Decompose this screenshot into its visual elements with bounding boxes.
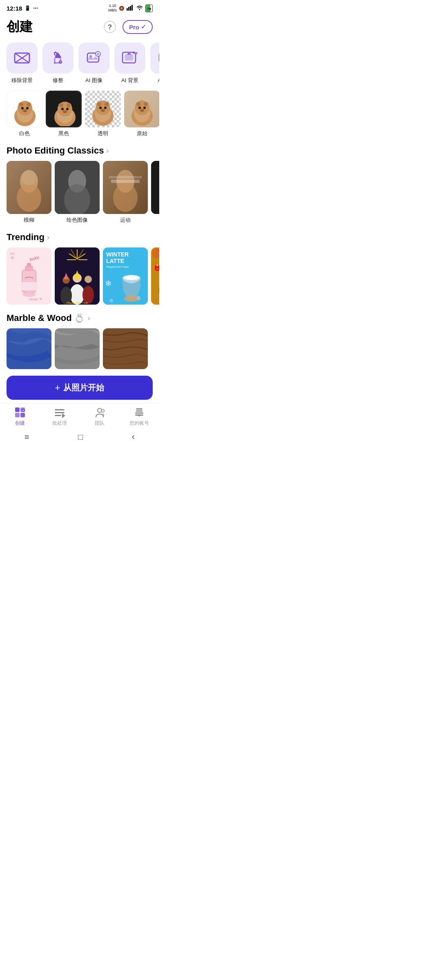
- remove-bg-icon: [14, 51, 30, 65]
- svg-rect-95: [21, 282, 37, 290]
- svg-point-23: [136, 52, 138, 53]
- svg-text:LATTE: LATTE: [106, 258, 124, 264]
- svg-text:❄: ❄: [109, 297, 114, 304]
- photo-editing-arrow-icon[interactable]: ›: [106, 147, 109, 155]
- photo-colorize-box: [55, 161, 100, 214]
- svg-rect-83: [151, 161, 159, 214]
- battery-level: 79: [147, 7, 151, 11]
- svg-point-33: [21, 107, 24, 109]
- marble-wood[interactable]: [103, 328, 148, 369]
- start-from-photo-button[interactable]: + 从照片开始: [7, 376, 153, 400]
- svg-point-74: [22, 171, 36, 185]
- svg-point-65: [136, 102, 140, 106]
- mute-icon: 🔕: [119, 6, 125, 11]
- pro-button[interactable]: Pro ✓: [122, 20, 153, 34]
- svg-text:FROM:: FROM:: [29, 298, 38, 301]
- adjust-icon-box: [42, 42, 74, 74]
- pro-label: Pro: [129, 24, 139, 31]
- photo-motion-box: [103, 161, 148, 214]
- tool-adjust[interactable]: 修整: [42, 42, 74, 84]
- svg-rect-156: [135, 412, 143, 414]
- svg-text:WINTER: WINTER: [106, 251, 129, 258]
- svg-text:福: 福: [156, 267, 158, 270]
- svg-rect-18: [125, 55, 133, 60]
- nav-account[interactable]: 您的账号: [120, 407, 160, 427]
- bear-label: 原始: [137, 130, 147, 137]
- photo-dark[interactable]: 低调: [151, 161, 159, 224]
- photo-motion[interactable]: 运动: [103, 161, 148, 224]
- svg-rect-139: [7, 328, 51, 369]
- bear-option-white[interactable]: 白色: [7, 91, 42, 137]
- svg-point-67: [138, 107, 141, 109]
- bear-white-box: [7, 91, 42, 127]
- bear-label: 透明: [98, 130, 108, 137]
- bear-option-original[interactable]: 原始: [124, 91, 159, 137]
- ai-image-icon: +: [86, 51, 102, 65]
- photo-label: 模糊: [24, 216, 34, 224]
- bear-original-box: [124, 91, 159, 127]
- trend-perfume[interactable]: ♥ ♥ TO: FROM: XoXo: [7, 247, 51, 305]
- nav-batch[interactable]: 批处理: [40, 407, 80, 427]
- tool-ai-image[interactable]: + AI 图像: [78, 42, 109, 84]
- menu-nav-icon[interactable]: ≡: [24, 432, 29, 442]
- nav-team[interactable]: 团队: [80, 407, 120, 427]
- svg-text:Happy New Year: Happy New Year: [67, 301, 88, 305]
- back-nav-icon[interactable]: ‹: [132, 432, 135, 442]
- help-button[interactable]: ?: [102, 19, 118, 35]
- photo-dark-box: [151, 161, 159, 214]
- photo-editing-header: Photo Editing Classics ›: [0, 140, 159, 159]
- svg-point-47: [63, 111, 67, 113]
- svg-rect-0: [127, 8, 128, 11]
- trending-arrow-icon[interactable]: ›: [47, 233, 49, 242]
- svg-point-31: [19, 102, 23, 107]
- svg-point-43: [67, 103, 71, 107]
- ai-bg-icon-box: [114, 42, 145, 74]
- create-nav-icon: +: [14, 407, 26, 418]
- trend-chinese-ny[interactable]: 🌸 福: [151, 247, 159, 305]
- svg-point-70: [140, 110, 144, 112]
- tool-remove-bg[interactable]: 移除背景: [7, 42, 38, 84]
- svg-rect-148: [55, 409, 65, 410]
- svg-rect-3: [131, 5, 133, 11]
- batch-nav-icon: [54, 407, 65, 418]
- svg-point-42: [59, 103, 63, 107]
- trend-newyear[interactable]: Happy New Year: [55, 247, 100, 305]
- marble-gray[interactable]: [55, 328, 100, 369]
- svg-point-56: [104, 107, 107, 109]
- ai-image-icon-box: +: [78, 42, 109, 74]
- svg-rect-141: [103, 328, 148, 369]
- marble-arrow-icon[interactable]: ›: [88, 314, 90, 323]
- photo-blur[interactable]: 模糊: [7, 161, 51, 224]
- tool-label: 移除背景: [11, 77, 33, 84]
- svg-point-73: [17, 183, 41, 212]
- marble-scroll: [0, 327, 159, 369]
- battery-icon: 79: [145, 4, 153, 12]
- tool-ai-bg[interactable]: AI 背景: [114, 42, 145, 84]
- photo-editing-title: Photo Editing Classics: [7, 145, 104, 156]
- marble-blue[interactable]: [7, 328, 51, 369]
- tool-ai-hide[interactable]: AI 隐...: [150, 42, 159, 84]
- svg-rect-145: [20, 413, 25, 417]
- svg-point-45: [66, 108, 69, 110]
- bear-option-transparent[interactable]: 透明: [85, 91, 121, 137]
- tool-label: AI 背景: [121, 77, 138, 84]
- svg-text:?: ?: [108, 23, 112, 31]
- nav-account-label: 您的账号: [129, 420, 149, 427]
- svg-point-36: [23, 110, 27, 112]
- tool-label: AI 隐...: [158, 77, 159, 84]
- phone-icon: 📱: [24, 5, 31, 11]
- trend-latte[interactable]: WINTER LATTE Peppermint Foam ❄ ❄ ❄: [103, 247, 148, 305]
- nav-create[interactable]: + 创建: [0, 407, 40, 427]
- trending-title: Trending: [7, 232, 45, 243]
- header-actions: ? Pro ✓: [102, 19, 153, 35]
- svg-point-96: [22, 292, 36, 297]
- bear-option-black[interactable]: 黑色: [46, 91, 82, 137]
- ai-hide-icon: [158, 51, 159, 65]
- svg-point-58: [101, 110, 105, 112]
- status-bar: 12:18 📱 ··· 1.10 MB/s 🔕 79: [0, 0, 159, 15]
- home-nav-icon[interactable]: □: [78, 432, 83, 442]
- bear-label: 黑色: [58, 130, 69, 137]
- bear-options-row: 白色 黑色: [0, 87, 159, 140]
- photo-colorize[interactable]: 绘色图像: [55, 161, 100, 224]
- account-nav-icon: [134, 407, 145, 418]
